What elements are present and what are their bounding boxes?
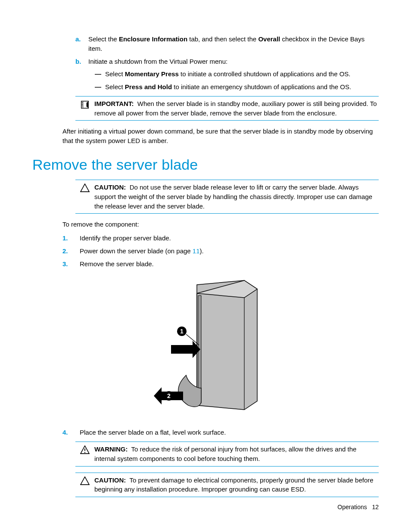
important-body: IMPORTANT: When the server blade is in s… <box>94 99 379 118</box>
caution-icon <box>75 476 94 495</box>
para-after-important: After initiating a virtual power down co… <box>62 127 379 146</box>
substep-b-text: Initiate a shutdown from the Virtual Pow… <box>88 57 227 66</box>
substep-b: b. Initiate a shutdown from the Virtual … <box>75 57 379 66</box>
page-link-11[interactable]: 11 <box>193 247 200 255</box>
substep-a-text: Select the Enclosure Information tab, an… <box>88 34 379 53</box>
dash-marker: — <box>95 69 105 79</box>
warning-admonition: WARNING: To reduce the risk of personal … <box>75 442 379 467</box>
dash-1-text: Select Momentary Press to initiate a con… <box>105 69 351 79</box>
warning-label: WARNING: <box>94 445 128 453</box>
dash-2: — Select Press and Hold to initiate an e… <box>95 82 379 92</box>
step-4: 4. Place the server blade on a flat, lev… <box>62 428 379 437</box>
step-1-marker: 1. <box>62 233 80 243</box>
step-1-text: Identify the proper server blade. <box>80 233 171 243</box>
t: tab, and then select the <box>187 35 258 43</box>
t: Select <box>105 70 125 78</box>
intro-text: To remove the component: <box>62 220 379 229</box>
step-4-marker: 4. <box>62 428 80 437</box>
caution-admonition-2: CAUTION: To prevent damage to electrical… <box>75 473 379 498</box>
warning-text: To reduce the risk of personal injury fr… <box>94 445 356 462</box>
warning-icon <box>75 445 94 464</box>
step-3-marker: 3. <box>62 259 80 269</box>
heading-remove-server-blade: Remove the server blade <box>32 154 379 175</box>
footer-section: Operations <box>337 504 367 510</box>
caution-admonition-1: CAUTION: Do not use the server blade rel… <box>75 180 379 214</box>
t: Select the <box>88 35 119 43</box>
substep-b-marker: b. <box>75 57 88 66</box>
step-2-text: Power down the server blade (on page 11)… <box>80 246 204 256</box>
t: Select <box>105 83 125 90</box>
t: Overall <box>258 35 280 43</box>
dash-marker: — <box>95 82 105 92</box>
substep-a: a. Select the Enclosure Information tab,… <box>75 34 379 53</box>
t: ). <box>200 247 204 255</box>
important-text: When the server blade is in standby mode… <box>94 100 377 117</box>
step-3: 3. Remove the server blade. <box>62 259 379 269</box>
important-admonition: IMPORTANT: When the server blade is in s… <box>75 96 379 121</box>
dash-2-text: Select Press and Hold to initiate an eme… <box>105 82 351 92</box>
server-blade-figure: 1 2 <box>32 276 379 418</box>
step-4-text: Place the server blade on a flat, level … <box>80 428 226 437</box>
t: Power down the server blade (on page <box>80 247 193 255</box>
step-1: 1. Identify the proper server blade. <box>62 233 379 243</box>
footer-page: 12 <box>372 504 379 510</box>
caution-1-label: CAUTION: <box>94 184 126 191</box>
svg-text:1: 1 <box>180 328 184 335</box>
t: Momentary Press <box>125 70 179 78</box>
svg-point-7 <box>84 452 85 453</box>
dash-1: — Select Momentary Press to initiate a c… <box>95 69 379 79</box>
t: Enclosure Information <box>119 35 187 43</box>
step-2-marker: 2. <box>62 246 80 256</box>
caution-1-body: CAUTION: Do not use the server blade rel… <box>94 183 379 211</box>
important-label: IMPORTANT: <box>94 100 134 107</box>
page-footer: Operations 12 <box>337 503 379 511</box>
caution-2-body: CAUTION: To prevent damage to electrical… <box>94 476 379 495</box>
substep-a-marker: a. <box>75 34 88 53</box>
caution-2-label: CAUTION: <box>94 476 126 484</box>
t: to initiate a controlled shutdown of app… <box>179 70 351 78</box>
important-icon <box>75 99 94 118</box>
caution-1-text: Do not use the server blade release leve… <box>94 184 372 210</box>
step-2: 2. Power down the server blade (on page … <box>62 246 379 256</box>
caution-icon <box>75 183 94 211</box>
step-3-text: Remove the server blade. <box>80 259 154 269</box>
t: Press and Hold <box>125 83 172 90</box>
svg-text:2: 2 <box>167 392 171 399</box>
caution-2-text: To prevent damage to electrical componen… <box>94 476 374 493</box>
t: to initiate an emergency shutdown of app… <box>172 83 351 90</box>
warning-body: WARNING: To reduce the risk of personal … <box>94 445 379 464</box>
